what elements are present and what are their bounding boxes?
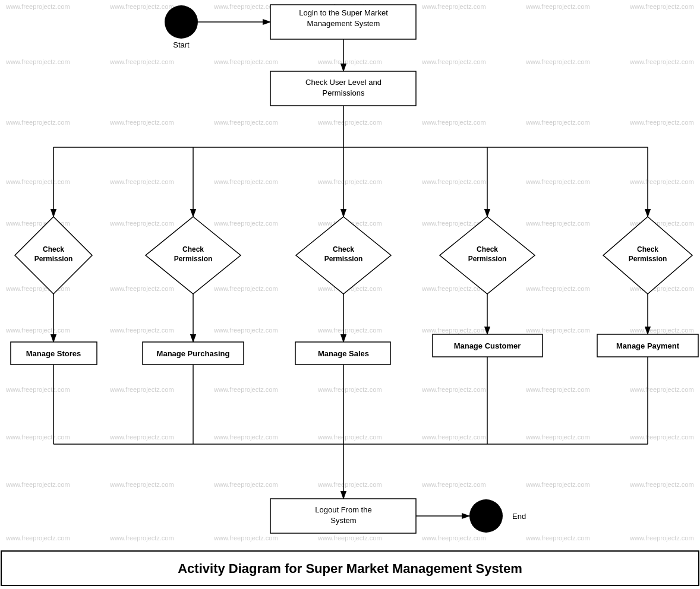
svg-text:www.freeprojectz.com: www.freeprojectz.com [629,119,694,126]
svg-text:www.freeprojectz.com: www.freeprojectz.com [109,433,174,441]
svg-text:www.freeprojectz.com: www.freeprojectz.com [109,220,174,227]
start-label: Start [173,40,190,49]
svg-text:www.freeprojectz.com: www.freeprojectz.com [629,58,694,65]
logout-text-2: System [330,516,356,525]
svg-text:www.freeprojectz.com: www.freeprojectz.com [525,433,590,441]
manage-customer-text: Manage Customer [454,341,521,350]
svg-text:Permission: Permission [629,255,667,263]
svg-text:www.freeprojectz.com: www.freeprojectz.com [109,3,174,10]
svg-text:www.freeprojectz.com: www.freeprojectz.com [629,327,694,334]
svg-text:www.freeprojectz.com: www.freeprojectz.com [109,534,174,542]
svg-text:Permission: Permission [324,255,363,263]
svg-text:www.freeprojectz.com: www.freeprojectz.com [213,3,278,10]
manage-sales-text: Manage Sales [318,349,369,358]
manage-payment-text: Manage Payment [616,341,680,350]
svg-text:www.freeprojectz.com: www.freeprojectz.com [629,433,694,441]
svg-text:www.freeprojectz.com: www.freeprojectz.com [109,327,174,334]
svg-text:www.freeprojectz.com: www.freeprojectz.com [421,3,486,10]
login-text-1: Login to the Super Market [299,8,388,17]
svg-text:www.freeprojectz.com: www.freeprojectz.com [5,3,70,10]
svg-text:www.freeprojectz.com: www.freeprojectz.com [213,285,278,292]
svg-text:www.freeprojectz.com: www.freeprojectz.com [629,178,694,185]
check-user-text-2: Permissions [323,88,365,97]
svg-text:www.freeprojectz.com: www.freeprojectz.com [421,481,486,488]
flowchart-diagram: www.freeprojectz.com www.freeprojectz.co… [0,0,700,589]
svg-text:www.freeprojectz.com: www.freeprojectz.com [317,58,382,65]
svg-text:www.freeprojectz.com: www.freeprojectz.com [213,386,278,393]
svg-text:www.freeprojectz.com: www.freeprojectz.com [213,481,278,488]
svg-text:www.freeprojectz.com: www.freeprojectz.com [317,534,382,542]
svg-text:www.freeprojectz.com: www.freeprojectz.com [109,386,174,393]
svg-text:Permission: Permission [34,255,73,263]
svg-text:Check: Check [182,245,204,254]
svg-text:Check: Check [477,245,498,254]
svg-text:www.freeprojectz.com: www.freeprojectz.com [317,178,382,185]
svg-text:www.freeprojectz.com: www.freeprojectz.com [109,285,174,292]
svg-text:www.freeprojectz.com: www.freeprojectz.com [109,119,174,126]
login-text-2: Management System [307,19,380,28]
svg-text:www.freeprojectz.com: www.freeprojectz.com [525,386,590,393]
svg-text:www.freeprojectz.com: www.freeprojectz.com [109,481,174,488]
svg-text:www.freeprojectz.com: www.freeprojectz.com [421,58,486,65]
bottom-title-text: Activity Diagram for Super Market Manage… [178,561,522,576]
svg-text:www.freeprojectz.com: www.freeprojectz.com [5,178,70,185]
svg-text:www.freeprojectz.com: www.freeprojectz.com [525,178,590,185]
svg-text:www.freeprojectz.com: www.freeprojectz.com [525,3,590,10]
svg-text:www.freeprojectz.com: www.freeprojectz.com [213,534,278,542]
svg-text:www.freeprojectz.com: www.freeprojectz.com [629,481,694,488]
svg-text:www.freeprojectz.com: www.freeprojectz.com [213,220,278,227]
svg-text:www.freeprojectz.com: www.freeprojectz.com [421,285,486,292]
svg-text:www.freeprojectz.com: www.freeprojectz.com [525,220,590,227]
end-circle [469,499,503,533]
svg-text:Check: Check [637,245,658,254]
svg-text:www.freeprojectz.com: www.freeprojectz.com [109,58,174,65]
svg-text:www.freeprojectz.com: www.freeprojectz.com [317,481,382,488]
svg-text:www.freeprojectz.com: www.freeprojectz.com [421,433,486,441]
svg-text:www.freeprojectz.com: www.freeprojectz.com [629,386,694,393]
manage-stores-text: Manage Stores [26,349,81,358]
svg-text:www.freeprojectz.com: www.freeprojectz.com [525,58,590,65]
svg-text:www.freeprojectz.com: www.freeprojectz.com [213,119,278,126]
svg-text:www.freeprojectz.com: www.freeprojectz.com [5,386,70,393]
svg-text:www.freeprojectz.com: www.freeprojectz.com [525,119,590,126]
svg-text:Check: Check [43,245,64,254]
svg-text:www.freeprojectz.com: www.freeprojectz.com [525,285,590,292]
svg-text:Check: Check [333,245,354,254]
svg-text:www.freeprojectz.com: www.freeprojectz.com [525,481,590,488]
svg-text:www.freeprojectz.com: www.freeprojectz.com [213,58,278,65]
svg-text:Permission: Permission [468,255,507,263]
svg-text:www.freeprojectz.com: www.freeprojectz.com [421,178,486,185]
end-label: End [512,512,526,521]
svg-text:www.freeprojectz.com: www.freeprojectz.com [5,534,70,542]
start-circle [165,5,198,39]
logout-text-1: Logout From the [315,505,371,514]
svg-text:www.freeprojectz.com: www.freeprojectz.com [5,433,70,441]
svg-text:www.freeprojectz.com: www.freeprojectz.com [525,327,590,334]
svg-text:www.freeprojectz.com: www.freeprojectz.com [109,178,174,185]
svg-text:www.freeprojectz.com: www.freeprojectz.com [629,534,694,542]
manage-purchasing-text: Manage Purchasing [157,349,230,358]
svg-text:www.freeprojectz.com: www.freeprojectz.com [317,433,382,441]
svg-text:www.freeprojectz.com: www.freeprojectz.com [421,119,486,126]
svg-text:www.freeprojectz.com: www.freeprojectz.com [5,327,70,334]
svg-text:www.freeprojectz.com: www.freeprojectz.com [5,481,70,488]
svg-text:www.freeprojectz.com: www.freeprojectz.com [317,119,382,126]
svg-text:www.freeprojectz.com: www.freeprojectz.com [421,386,486,393]
check-user-text-1: Check User Level and [305,78,381,87]
svg-text:www.freeprojectz.com: www.freeprojectz.com [5,119,70,126]
svg-text:www.freeprojectz.com: www.freeprojectz.com [213,327,278,334]
svg-text:www.freeprojectz.com: www.freeprojectz.com [629,3,694,10]
svg-text:www.freeprojectz.com: www.freeprojectz.com [317,327,382,334]
svg-text:www.freeprojectz.com: www.freeprojectz.com [317,386,382,393]
svg-text:www.freeprojectz.com: www.freeprojectz.com [421,534,486,542]
svg-text:www.freeprojectz.com: www.freeprojectz.com [213,433,278,441]
svg-text:www.freeprojectz.com: www.freeprojectz.com [421,327,486,334]
svg-text:www.freeprojectz.com: www.freeprojectz.com [525,534,590,542]
svg-text:Permission: Permission [174,255,213,263]
svg-text:www.freeprojectz.com: www.freeprojectz.com [213,178,278,185]
svg-text:www.freeprojectz.com: www.freeprojectz.com [5,58,70,65]
